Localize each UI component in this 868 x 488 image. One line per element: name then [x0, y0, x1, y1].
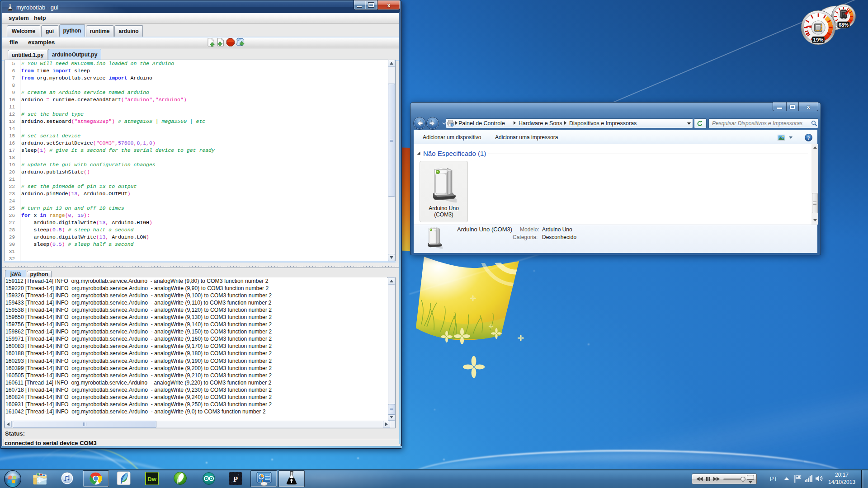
svg-text:68%: 68% [839, 22, 849, 28]
svg-text:19%: 19% [813, 37, 823, 42]
svg-text:P: P [233, 475, 238, 483]
svg-text:?: ? [807, 135, 810, 141]
svg-text:Dw: Dw [147, 476, 156, 483]
